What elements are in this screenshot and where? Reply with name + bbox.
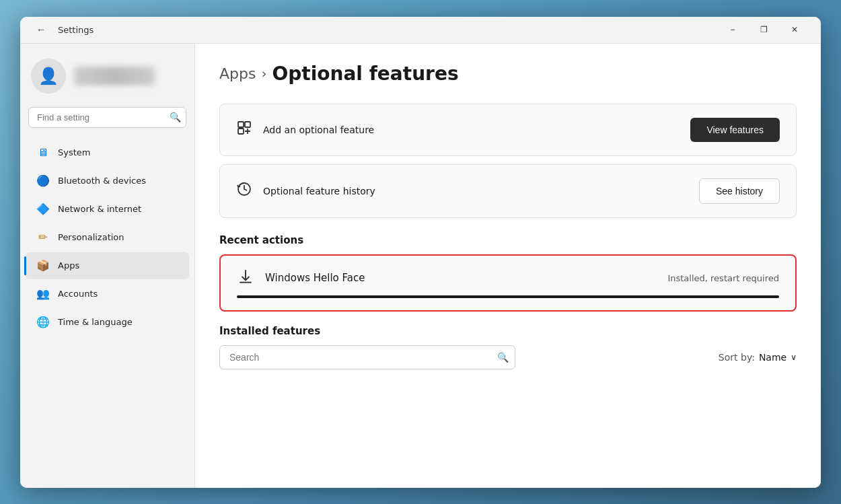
add-feature-card: Add an optional feature View features [219, 104, 797, 156]
minimize-button[interactable]: − [717, 19, 748, 40]
add-feature-left: Add an optional feature [236, 120, 374, 139]
maximize-button[interactable]: ❐ [748, 19, 779, 40]
titlebar-title: Settings [58, 25, 94, 35]
feature-history-card: Optional feature history See history [219, 164, 797, 218]
feature-history-icon [236, 181, 252, 201]
settings-window: ← Settings − ❐ ✕ 👤 🔍 🖥 System [20, 17, 821, 488]
sidebar-item-time[interactable]: 🌐 Time & language [26, 309, 189, 336]
user-name-blurred [74, 67, 155, 85]
titlebar-controls: − ❐ ✕ [717, 19, 810, 40]
sort-value: Name [759, 352, 787, 363]
titlebar: ← Settings − ❐ ✕ [20, 17, 821, 44]
sidebar-item-apps[interactable]: 📦 Apps [26, 252, 189, 279]
chevron-down-icon: ∨ [791, 353, 797, 362]
sidebar-item-label-time: Time & language [58, 317, 133, 327]
installed-features-title: Installed features [219, 325, 797, 337]
sidebar: 👤 🔍 🖥 System 🔵 Bluetooth & devices 🔷 Net… [20, 44, 195, 488]
svg-rect-2 [238, 129, 244, 134]
search-input[interactable] [28, 107, 186, 128]
user-section: 👤 [20, 50, 194, 107]
breadcrumb: Apps › Optional features [219, 63, 797, 85]
recent-action-left: Windows Hello Face [237, 268, 365, 289]
breadcrumb-current: Optional features [272, 63, 458, 85]
network-icon: 🔷 [36, 203, 50, 216]
recent-action-card: Windows Hello Face Installed, restart re… [219, 254, 797, 312]
installed-search-row: 🔍 Sort by: Name ∨ [219, 345, 797, 369]
main-content: Apps › Optional features [195, 44, 821, 488]
sidebar-item-label-bluetooth: Bluetooth & devices [58, 176, 146, 186]
sidebar-item-label-apps: Apps [58, 260, 79, 271]
apps-icon: 📦 [36, 259, 50, 273]
see-history-button[interactable]: See history [699, 178, 780, 204]
main-layout: 👤 🔍 🖥 System 🔵 Bluetooth & devices 🔷 Net… [20, 44, 821, 488]
recent-action-inner: Windows Hello Face Installed, restart re… [237, 268, 779, 289]
sort-control[interactable]: Sort by: Name ∨ [719, 352, 797, 363]
sidebar-item-personalization[interactable]: ✏️ Personalization [26, 224, 189, 251]
accounts-icon: 👥 [36, 287, 50, 301]
back-button[interactable]: ← [31, 22, 51, 38]
recent-actions-title: Recent actions [219, 234, 797, 246]
sidebar-item-accounts[interactable]: 👥 Accounts [26, 281, 189, 308]
sidebar-item-label-network: Network & internet [58, 204, 141, 214]
view-features-button[interactable]: View features [690, 118, 780, 142]
download-icon [237, 268, 254, 289]
search-box: 🔍 [28, 107, 186, 128]
add-feature-text: Add an optional feature [263, 124, 374, 135]
sidebar-item-system[interactable]: 🖥 System [26, 139, 189, 166]
installed-search-wrap: 🔍 [219, 345, 515, 369]
titlebar-left: ← Settings [31, 22, 717, 38]
sidebar-item-network[interactable]: 🔷 Network & internet [26, 196, 189, 223]
search-icon-btn[interactable]: 🔍 [170, 112, 181, 122]
sort-label: Sort by: [719, 352, 755, 363]
sidebar-item-label-system: System [58, 147, 90, 157]
feature-history-left: Optional feature history [236, 181, 375, 201]
system-icon: 🖥 [36, 146, 50, 159]
user-icon: 👤 [38, 67, 59, 85]
sidebar-item-bluetooth[interactable]: 🔵 Bluetooth & devices [26, 168, 189, 194]
feature-name: Windows Hello Face [265, 272, 365, 284]
personalization-icon: ✏️ [36, 231, 50, 244]
svg-rect-1 [245, 122, 250, 127]
close-button[interactable]: ✕ [779, 19, 810, 40]
bluetooth-icon: 🔵 [36, 174, 50, 188]
sidebar-item-label-personalization: Personalization [58, 232, 124, 242]
add-feature-icon [236, 120, 252, 139]
progress-bar-bg [237, 295, 779, 298]
breadcrumb-parent[interactable]: Apps [219, 65, 256, 82]
time-icon: 🌐 [36, 316, 50, 329]
svg-rect-0 [238, 122, 244, 127]
breadcrumb-separator: › [261, 65, 266, 81]
avatar: 👤 [31, 59, 66, 94]
feature-history-text: Optional feature history [263, 186, 375, 196]
installed-search-input[interactable] [219, 345, 515, 369]
feature-status: Installed, restart required [667, 273, 779, 283]
sidebar-item-label-accounts: Accounts [58, 289, 98, 299]
progress-bar-fill [237, 295, 779, 298]
